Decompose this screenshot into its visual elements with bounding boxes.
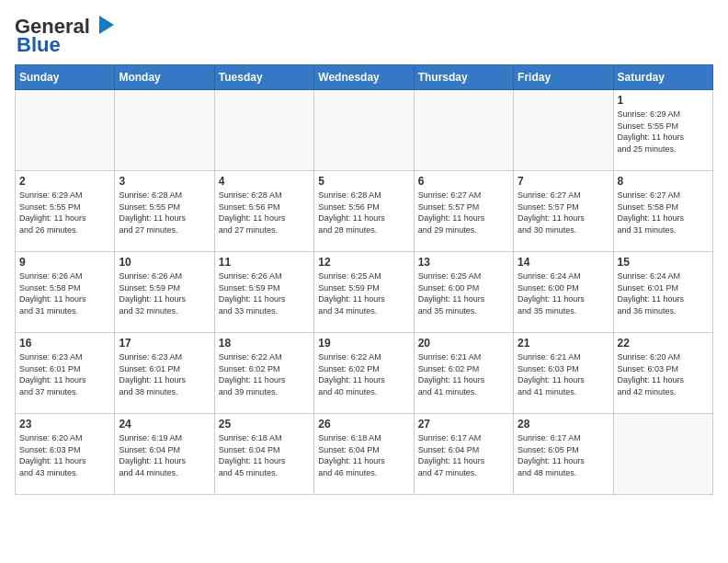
day-number: 21 <box>518 337 609 350</box>
logo: General Blue <box>15 15 118 57</box>
day-number: 3 <box>119 175 210 188</box>
day-info: Sunrise: 6:28 AM Sunset: 5:56 PM Dayligh… <box>318 190 409 236</box>
day-number: 28 <box>518 418 609 431</box>
day-number: 26 <box>318 418 409 431</box>
calendar-cell: 14Sunrise: 6:24 AM Sunset: 6:00 PM Dayli… <box>514 252 613 333</box>
day-number: 25 <box>219 418 310 431</box>
calendar-cell: 4Sunrise: 6:28 AM Sunset: 5:56 PM Daylig… <box>214 171 313 252</box>
day-info: Sunrise: 6:21 AM Sunset: 6:02 PM Dayligh… <box>418 351 509 397</box>
calendar-cell: 5Sunrise: 6:28 AM Sunset: 5:56 PM Daylig… <box>314 171 414 252</box>
day-info: Sunrise: 6:20 AM Sunset: 6:03 PM Dayligh… <box>19 432 110 478</box>
col-header-monday: Monday <box>115 65 214 90</box>
calendar-cell <box>214 90 313 171</box>
calendar-cell: 16Sunrise: 6:23 AM Sunset: 6:01 PM Dayli… <box>16 333 115 414</box>
calendar-cell <box>16 90 115 171</box>
day-number: 18 <box>219 337 310 350</box>
day-number: 24 <box>119 418 210 431</box>
calendar-cell: 23Sunrise: 6:20 AM Sunset: 6:03 PM Dayli… <box>16 414 115 495</box>
day-number: 23 <box>19 418 110 431</box>
day-info: Sunrise: 6:27 AM Sunset: 5:58 PM Dayligh… <box>618 190 709 236</box>
day-info: Sunrise: 6:19 AM Sunset: 6:04 PM Dayligh… <box>119 432 210 478</box>
calendar-cell: 25Sunrise: 6:18 AM Sunset: 6:04 PM Dayli… <box>214 414 313 495</box>
calendar-header: SundayMondayTuesdayWednesdayThursdayFrid… <box>16 65 713 90</box>
calendar-cell: 24Sunrise: 6:19 AM Sunset: 6:04 PM Dayli… <box>115 414 214 495</box>
col-header-saturday: Saturday <box>613 65 712 90</box>
day-info: Sunrise: 6:24 AM Sunset: 6:01 PM Dayligh… <box>618 270 709 316</box>
day-info: Sunrise: 6:29 AM Sunset: 5:55 PM Dayligh… <box>618 109 709 155</box>
col-header-tuesday: Tuesday <box>214 65 313 90</box>
svg-marker-0 <box>99 16 114 34</box>
col-header-thursday: Thursday <box>414 65 513 90</box>
day-info: Sunrise: 6:18 AM Sunset: 6:04 PM Dayligh… <box>219 432 310 478</box>
day-info: Sunrise: 6:22 AM Sunset: 6:02 PM Dayligh… <box>318 351 409 397</box>
calendar-cell: 15Sunrise: 6:24 AM Sunset: 6:01 PM Dayli… <box>613 252 712 333</box>
calendar-cell: 9Sunrise: 6:26 AM Sunset: 5:58 PM Daylig… <box>16 252 115 333</box>
calendar-cell <box>613 414 712 495</box>
calendar-cell: 7Sunrise: 6:27 AM Sunset: 5:57 PM Daylig… <box>514 171 613 252</box>
day-number: 19 <box>318 337 409 350</box>
logo-icon <box>92 12 118 38</box>
day-number: 1 <box>618 94 709 107</box>
day-number: 5 <box>318 175 409 188</box>
day-number: 8 <box>618 175 709 188</box>
day-info: Sunrise: 6:23 AM Sunset: 6:01 PM Dayligh… <box>19 351 110 397</box>
day-info: Sunrise: 6:17 AM Sunset: 6:04 PM Dayligh… <box>418 432 509 478</box>
calendar-cell: 26Sunrise: 6:18 AM Sunset: 6:04 PM Dayli… <box>314 414 414 495</box>
day-number: 10 <box>119 256 210 269</box>
day-info: Sunrise: 6:28 AM Sunset: 5:56 PM Dayligh… <box>219 190 310 236</box>
header: General Blue <box>15 15 713 57</box>
day-info: Sunrise: 6:28 AM Sunset: 5:55 PM Dayligh… <box>119 190 210 236</box>
col-header-wednesday: Wednesday <box>314 65 414 90</box>
day-number: 11 <box>219 256 310 269</box>
calendar-cell: 17Sunrise: 6:23 AM Sunset: 6:01 PM Dayli… <box>115 333 214 414</box>
day-info: Sunrise: 6:26 AM Sunset: 5:59 PM Dayligh… <box>119 270 210 316</box>
day-info: Sunrise: 6:25 AM Sunset: 5:59 PM Dayligh… <box>318 270 409 316</box>
calendar-cell: 12Sunrise: 6:25 AM Sunset: 5:59 PM Dayli… <box>314 252 414 333</box>
day-info: Sunrise: 6:29 AM Sunset: 5:55 PM Dayligh… <box>19 190 110 236</box>
calendar-cell: 1Sunrise: 6:29 AM Sunset: 5:55 PM Daylig… <box>613 90 712 171</box>
day-number: 12 <box>318 256 409 269</box>
day-number: 15 <box>618 256 709 269</box>
calendar-cell <box>115 90 214 171</box>
calendar-cell <box>414 90 513 171</box>
logo-blue: Blue <box>17 33 61 57</box>
calendar-cell: 3Sunrise: 6:28 AM Sunset: 5:55 PM Daylig… <box>115 171 214 252</box>
day-number: 6 <box>418 175 509 188</box>
day-info: Sunrise: 6:21 AM Sunset: 6:03 PM Dayligh… <box>518 351 609 397</box>
calendar-cell: 22Sunrise: 6:20 AM Sunset: 6:03 PM Dayli… <box>613 333 712 414</box>
calendar-cell: 10Sunrise: 6:26 AM Sunset: 5:59 PM Dayli… <box>115 252 214 333</box>
day-info: Sunrise: 6:27 AM Sunset: 5:57 PM Dayligh… <box>518 190 609 236</box>
calendar-cell: 2Sunrise: 6:29 AM Sunset: 5:55 PM Daylig… <box>16 171 115 252</box>
col-header-friday: Friday <box>514 65 613 90</box>
day-number: 14 <box>518 256 609 269</box>
day-info: Sunrise: 6:25 AM Sunset: 6:00 PM Dayligh… <box>418 270 509 316</box>
calendar-cell <box>514 90 613 171</box>
day-number: 9 <box>19 256 110 269</box>
calendar-cell: 8Sunrise: 6:27 AM Sunset: 5:58 PM Daylig… <box>613 171 712 252</box>
week-row-3: 16Sunrise: 6:23 AM Sunset: 6:01 PM Dayli… <box>16 333 713 414</box>
day-number: 7 <box>518 175 609 188</box>
day-number: 13 <box>418 256 509 269</box>
day-info: Sunrise: 6:20 AM Sunset: 6:03 PM Dayligh… <box>618 351 709 397</box>
calendar-cell: 19Sunrise: 6:22 AM Sunset: 6:02 PM Dayli… <box>314 333 414 414</box>
day-number: 17 <box>119 337 210 350</box>
calendar-cell <box>314 90 414 171</box>
day-info: Sunrise: 6:23 AM Sunset: 6:01 PM Dayligh… <box>119 351 210 397</box>
week-row-1: 2Sunrise: 6:29 AM Sunset: 5:55 PM Daylig… <box>16 171 713 252</box>
calendar-cell: 27Sunrise: 6:17 AM Sunset: 6:04 PM Dayli… <box>414 414 513 495</box>
day-number: 27 <box>418 418 509 431</box>
day-number: 4 <box>219 175 310 188</box>
week-row-0: 1Sunrise: 6:29 AM Sunset: 5:55 PM Daylig… <box>16 90 713 171</box>
day-number: 20 <box>418 337 509 350</box>
day-number: 22 <box>618 337 709 350</box>
calendar-cell: 11Sunrise: 6:26 AM Sunset: 5:59 PM Dayli… <box>214 252 313 333</box>
calendar-cell: 21Sunrise: 6:21 AM Sunset: 6:03 PM Dayli… <box>514 333 613 414</box>
calendar-cell: 13Sunrise: 6:25 AM Sunset: 6:00 PM Dayli… <box>414 252 513 333</box>
day-number: 2 <box>19 175 110 188</box>
week-row-2: 9Sunrise: 6:26 AM Sunset: 5:58 PM Daylig… <box>16 252 713 333</box>
day-info: Sunrise: 6:22 AM Sunset: 6:02 PM Dayligh… <box>219 351 310 397</box>
day-info: Sunrise: 6:26 AM Sunset: 5:58 PM Dayligh… <box>19 270 110 316</box>
day-info: Sunrise: 6:17 AM Sunset: 6:05 PM Dayligh… <box>518 432 609 478</box>
day-info: Sunrise: 6:18 AM Sunset: 6:04 PM Dayligh… <box>318 432 409 478</box>
col-header-sunday: Sunday <box>16 65 115 90</box>
